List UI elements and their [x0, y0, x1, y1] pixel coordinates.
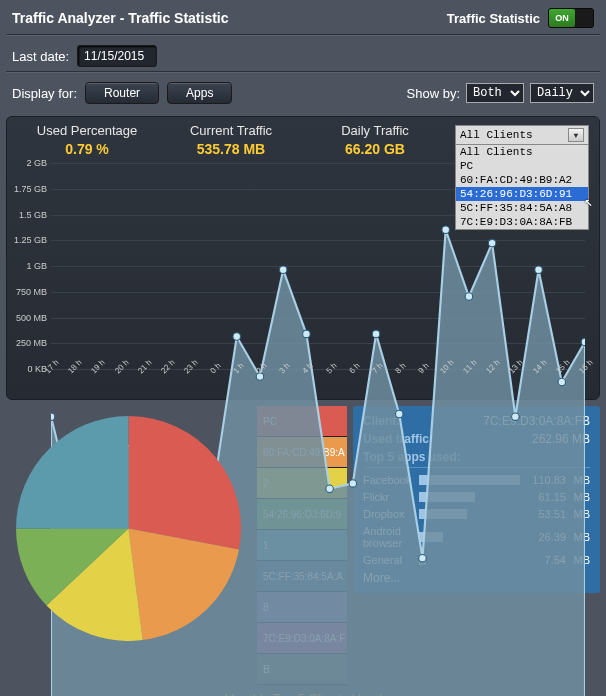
used-percentage-value: 0.79 % [15, 141, 159, 157]
svg-point-12 [326, 485, 333, 492]
clients-pie-chart [6, 406, 251, 656]
client-dropdown[interactable]: All Clients ▼ All ClientsPC60:FA:CD:49:B… [455, 125, 589, 230]
svg-point-10 [279, 266, 286, 273]
router-button[interactable]: Router [85, 82, 159, 104]
svg-point-21 [535, 266, 542, 273]
client-dropdown-option[interactable]: PC [456, 159, 588, 173]
svg-point-19 [488, 239, 495, 246]
client-dropdown-option[interactable]: 54:26:96:D3:6D:91 [456, 187, 588, 201]
svg-point-16 [419, 554, 426, 561]
current-traffic-label: Current Traffic [159, 123, 303, 138]
svg-point-13 [349, 480, 356, 487]
y-tick-label: 250 MB [13, 338, 47, 348]
page-title: Traffic Analyzer - Traffic Statistic [12, 10, 229, 26]
y-tick-label: 1 GB [13, 261, 47, 271]
svg-point-18 [465, 293, 472, 300]
chevron-down-icon[interactable]: ▼ [568, 128, 584, 142]
client-dropdown-list[interactable]: All ClientsPC60:FA:CD:49:B9:A254:26:96:D… [455, 145, 589, 230]
svg-point-17 [442, 226, 449, 233]
client-dropdown-selected: All Clients [460, 129, 533, 141]
svg-point-8 [233, 333, 240, 340]
y-tick-label: 1.25 GB [13, 235, 47, 245]
client-dropdown-option[interactable]: 7C:E9:D3:0A:8A:FB [456, 215, 588, 229]
traffic-chart-panel: Used Percentage 0.79 % Current Traffic 5… [6, 116, 600, 400]
show-by-label: Show by: [407, 86, 460, 101]
header-right-label: Traffic Statistic [447, 11, 540, 26]
traffic-statistic-toggle[interactable]: ON [548, 8, 594, 28]
svg-point-15 [396, 410, 403, 417]
y-tick-label: 2 GB [13, 158, 47, 168]
show-by-period-select[interactable]: Daily [530, 83, 594, 103]
client-dropdown-option[interactable]: 5C:FF:35:84:5A:A8 [456, 201, 588, 215]
y-tick-label: 1.5 GB [13, 210, 47, 220]
show-by-direction-select[interactable]: Both [466, 83, 524, 103]
y-tick-label: 1.75 GB [13, 184, 47, 194]
client-dropdown-head[interactable]: All Clients ▼ [455, 125, 589, 145]
display-for-label: Display for: [12, 86, 77, 101]
svg-point-11 [303, 330, 310, 337]
current-traffic-value: 535.78 MB [159, 141, 303, 157]
y-tick-label: 750 MB [13, 287, 47, 297]
daily-traffic-label: Daily Traffic [303, 123, 447, 138]
used-percentage-label: Used Percentage [15, 123, 159, 138]
client-dropdown-option[interactable]: All Clients [456, 145, 588, 159]
toggle-on-label: ON [549, 9, 575, 27]
client-dropdown-option[interactable]: 60:FA:CD:49:B9:A2 [456, 173, 588, 187]
y-tick-label: 500 MB [13, 313, 47, 323]
last-date-input[interactable] [77, 45, 157, 67]
last-date-label: Last date: [12, 49, 69, 64]
svg-point-20 [512, 413, 519, 420]
svg-point-14 [372, 330, 379, 337]
svg-point-23 [581, 338, 585, 345]
y-tick-label: 0 KB [13, 364, 47, 374]
daily-traffic-value: 66.20 GB [303, 141, 447, 157]
apps-button[interactable]: Apps [167, 82, 232, 104]
